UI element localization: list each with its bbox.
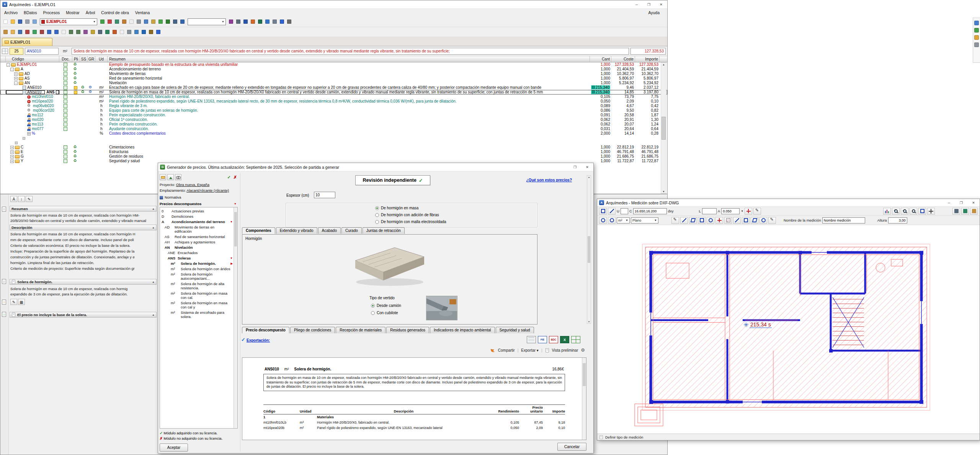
- row-cant[interactable]: 1,000: [601, 145, 610, 149]
- row-cant[interactable]: 215,340: [591, 90, 610, 94]
- table-scrollbar[interactable]: ▲▼: [661, 62, 666, 194]
- sort-button[interactable]: ↕: [18, 196, 25, 202]
- cancelar-button[interactable]: Cancelar: [557, 443, 586, 451]
- sidebar-item[interactable]: AH Achiques y agotamientos: [161, 239, 233, 245]
- toolbar-icon[interactable]: [16, 18, 24, 25]
- main-titlebar[interactable]: A Arquímedes - EJEMPLO1 ─ ❐ ✕: [0, 0, 667, 9]
- dxf-close-button[interactable]: ✕: [967, 199, 980, 206]
- sidebar-item[interactable]: AN Nivelación: [161, 245, 233, 250]
- zoom-extents-icon[interactable]: [918, 208, 926, 215]
- row-cant[interactable]: 1,000: [601, 154, 610, 158]
- cad-canvas[interactable]: 215,34 s: [597, 225, 980, 434]
- toolbar-icon[interactable]: [121, 18, 128, 25]
- palette-icon[interactable]: [974, 21, 979, 25]
- aceptar-button[interactable]: Aceptar: [160, 444, 188, 452]
- tab[interactable]: Componentes: [242, 227, 275, 234]
- table-row[interactable]: - AN Nivelación 1,000 5.234,92: [0, 81, 667, 85]
- edit-pencil-icon[interactable]: [753, 208, 761, 215]
- row-cant[interactable]: 0,086: [601, 108, 610, 113]
- row-cant[interactable]: 215,340: [591, 85, 610, 90]
- radio-icon[interactable]: [375, 220, 379, 224]
- toolbar-icon[interactable]: [75, 29, 82, 36]
- view-selector[interactable]: ▼: [188, 18, 226, 25]
- tree-expand-icon[interactable]: -: [7, 63, 10, 67]
- grid-icon[interactable]: [961, 208, 969, 215]
- export-bdc-icon[interactable]: BDC: [549, 336, 558, 343]
- toolbar-icon[interactable]: [140, 29, 147, 36]
- radio-hormigon-fibras[interactable]: De hormigón con adición de fibras: [375, 213, 439, 217]
- zoom-window-icon[interactable]: [910, 208, 917, 215]
- sidebar-item[interactable]: m² Solera de hormigón con áridos: [161, 266, 233, 271]
- maximize-button[interactable]: ❐: [643, 0, 655, 8]
- zoom-out-icon[interactable]: −: [901, 208, 908, 215]
- table-row[interactable]: mt16pea020 m² Panel rígido de poliestire…: [0, 99, 667, 104]
- header-resumen[interactable]: Resumen: [108, 56, 590, 62]
- row-cant[interactable]: 0,091: [601, 113, 610, 117]
- sidebar-item[interactable]: A Acondicionamiento del terreno ▼: [161, 219, 233, 224]
- exportacion-link[interactable]: Exportación:: [247, 338, 270, 342]
- vista-preliminar-button[interactable]: Vista preliminar: [552, 348, 578, 352]
- grid-note-button[interactable]: ▦: [18, 299, 25, 305]
- toolbar-icon[interactable]: [142, 18, 150, 25]
- espesor-input[interactable]: [314, 192, 335, 198]
- sidebar-item[interactable]: m² Solera de hormigón en masa con cal y: [161, 300, 233, 310]
- dialog-titlebar[interactable]: G Generador de precios. Última actualiza…: [158, 163, 593, 171]
- up-level-icon[interactable]: [167, 174, 174, 180]
- toolbar-icon[interactable]: [89, 29, 96, 36]
- sidebar-item[interactable]: AD Movimiento de tierras en edificación: [161, 224, 233, 234]
- radio-icon[interactable]: [371, 311, 375, 315]
- toolbar-icon[interactable]: [249, 18, 256, 25]
- table-row[interactable]: mo077 h Ayudante construcción. 0,031 20,…: [0, 127, 667, 131]
- dxf-titlebar[interactable]: A Arquímedes - Medición sobre DXF-DWG ─ …: [597, 199, 980, 207]
- parameters-scrollbar[interactable]: ▲▼: [587, 175, 591, 324]
- header-doc[interactable]: Doc.: [59, 56, 72, 62]
- radio-icon[interactable]: [371, 304, 375, 308]
- header-codigo[interactable]: Código: [6, 56, 59, 62]
- toolbar-icon[interactable]: [133, 29, 140, 36]
- note-icon[interactable]: [2, 279, 6, 284]
- toolbar-icon[interactable]: [172, 18, 179, 25]
- draw-tool-icon[interactable]: [707, 217, 714, 224]
- toolbar-icon[interactable]: [179, 18, 186, 25]
- radio-desde-camion[interactable]: Desde camión: [371, 303, 401, 308]
- calculator-icon[interactable]: [952, 208, 960, 215]
- resumen-section-bar[interactable]: Resumen▲: [10, 206, 157, 212]
- table-row[interactable]: ANS010 ANS m² Solera de hormigón en masa…: [0, 90, 667, 95]
- header-ud[interactable]: Ud: [95, 56, 108, 62]
- open-folder-icon[interactable]: [160, 174, 166, 180]
- draw-tool-icon[interactable]: [671, 217, 679, 224]
- formula-text-field[interactable]: Solera de hormigón en masa de 10 cm de e…: [72, 48, 629, 55]
- table-row[interactable]: mq06vib020 h Regla vibrante de 3 m. 0,08…: [0, 104, 667, 108]
- toolbar-icon[interactable]: [2, 29, 9, 36]
- palette-icon[interactable]: [974, 28, 979, 33]
- draw-tool-icon[interactable]: [760, 217, 767, 224]
- row-cant[interactable]: 0,105: [601, 95, 610, 99]
- table-row[interactable]: mo112 h Peón especializado construcción.…: [0, 113, 667, 117]
- note-icon[interactable]: [2, 312, 6, 317]
- preview-scrollbar[interactable]: [582, 358, 586, 440]
- compartir-button[interactable]: Compartir: [498, 348, 515, 352]
- menu-item[interactable]: Procesos: [40, 10, 63, 16]
- sidebar-item[interactable]: AS Red de saneamiento horizontal: [161, 234, 233, 239]
- toolbar-icon[interactable]: [286, 18, 293, 25]
- row-cant[interactable]: 2,000: [601, 131, 610, 135]
- table-row[interactable]: + AS Red de saneamiento horizontal 1,000…: [0, 76, 667, 81]
- exportar-button[interactable]: Exportar ▾: [521, 348, 539, 352]
- toolbar-icon[interactable]: [157, 18, 164, 25]
- toolbar-icon[interactable]: [164, 18, 172, 25]
- table-row[interactable]: ANE010 m² Encachado en caja para base de…: [0, 85, 667, 90]
- sidebar-item[interactable]: ANE Encachados: [161, 250, 233, 255]
- toolbar-icon[interactable]: [82, 29, 89, 36]
- table-row[interactable]: + E Estructuras 1,000 46.791,48: [0, 150, 667, 154]
- search-icon[interactable]: [175, 174, 181, 180]
- radio-icon[interactable]: [375, 213, 379, 217]
- code-field[interactable]: ANS010: [25, 48, 59, 55]
- row-number-field[interactable]: 25: [10, 48, 23, 55]
- menu-item[interactable]: Control de obra: [98, 10, 132, 16]
- sidebar-item[interactable]: m² Solera de hormigón de alta resistenci…: [161, 281, 233, 290]
- tab[interactable]: Indicadores de impacto ambiental: [430, 327, 495, 333]
- header-gr[interactable]: GR: [88, 56, 95, 62]
- tab[interactable]: Juntas de retracción: [363, 227, 405, 234]
- toolbar-icon[interactable]: [128, 18, 135, 25]
- row-cant[interactable]: 1,000: [601, 159, 610, 163]
